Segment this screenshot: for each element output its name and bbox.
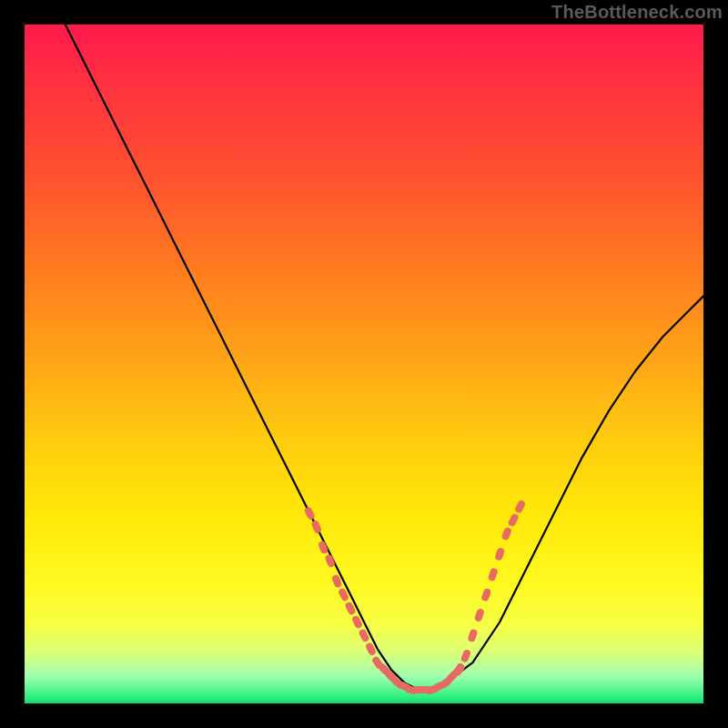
- marker-dot: [304, 506, 316, 521]
- marker-dot: [467, 628, 478, 642]
- marker-dot: [310, 520, 322, 534]
- chart-svg: [25, 25, 703, 703]
- marker-dot: [494, 547, 505, 561]
- marker-dot: [514, 500, 526, 514]
- marker-dot: [474, 608, 485, 622]
- marker-dot: [488, 567, 499, 581]
- marker-dot: [460, 649, 472, 663]
- series-curve: [66, 25, 703, 690]
- marker-dot: [480, 588, 491, 602]
- watermark-text: TheBottleneck.com: [551, 2, 723, 23]
- marker-dot: [507, 513, 519, 528]
- chart-frame: [25, 25, 703, 703]
- marker-dot: [500, 527, 512, 541]
